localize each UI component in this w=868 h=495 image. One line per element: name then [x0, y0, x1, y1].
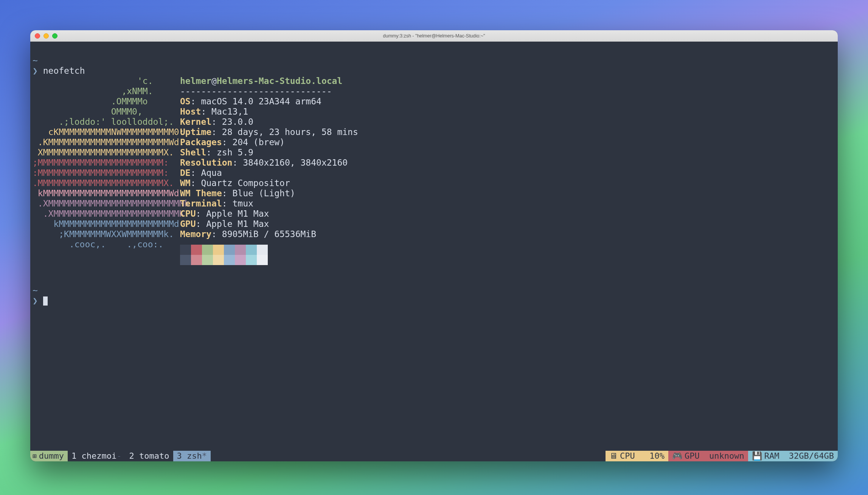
- info-value-uptime: : 28 days, 23 hours, 58 mins: [211, 127, 358, 137]
- info-value-gpu: : Apple M1 Max: [196, 219, 269, 229]
- logo-line: .cooc,. .,coo:.: [33, 239, 185, 249]
- session-name: dummy: [39, 451, 64, 461]
- color-swatch: [246, 255, 257, 265]
- color-swatch: [191, 245, 202, 255]
- command-text: neofetch: [43, 66, 85, 76]
- info-value-kernel: : 23.0.0: [211, 117, 253, 127]
- info-separator: -----------------------------: [180, 86, 332, 96]
- logo-line: kMMMMMMMMMMMMMMMMMMMMMMMMWd.: [33, 188, 185, 198]
- statusbar-left: ⊞ dummy 1 chezmoi-2 tomato3 zsh*: [30, 451, 211, 461]
- info-value-de: : Aqua: [191, 168, 222, 178]
- info-label-os: OS: [180, 96, 191, 106]
- cursor: [43, 296, 48, 306]
- system-info: helmer@Helmers-Mac-Studio.local --------…: [180, 76, 358, 265]
- prompt-symbol-2: ❯: [33, 296, 38, 306]
- info-value-packages: : 204 (brew): [222, 137, 285, 147]
- info-host: Helmers-Mac-Studio.local: [217, 76, 342, 86]
- info-label-kernel: Kernel: [180, 117, 211, 127]
- logo-line: .KMMMMMMMMMMMMMMMMMMMMMMMWd.: [33, 137, 185, 147]
- info-label-wm: WM: [180, 178, 191, 188]
- cpu-label: CPU: [620, 451, 635, 461]
- info-value-terminal: : tmux: [222, 199, 253, 208]
- gpu-stat: 🎮GPU unknown: [668, 451, 748, 461]
- logo-line: 'c.: [33, 76, 185, 86]
- cpu-value: 10%: [649, 451, 665, 461]
- ram-stat: 💾RAM 32GB/64GB: [748, 451, 838, 461]
- cpu-icon: 🖥: [609, 451, 618, 461]
- prompt-symbol: ❯: [33, 66, 38, 76]
- prompt-cwd-2: ~: [33, 286, 38, 295]
- gpu-icon: 🎮: [672, 451, 682, 461]
- window-titlebar[interactable]: dummy:3:zsh - "helmer@Helmers-Mac-Studio…: [30, 30, 838, 42]
- info-label-memory: Memory: [180, 229, 211, 239]
- info-label-shell: Shell: [180, 147, 206, 157]
- neofetch-output: 'c. ,xNMM. .OMMMMo OMMM0, .;loddo:' lool…: [33, 76, 838, 265]
- terminal-viewport[interactable]: ~ ❯ neofetch 'c. ,xNMM. .OMMMMo OMMM0, .…: [30, 42, 838, 451]
- color-swatch: [224, 255, 235, 265]
- color-swatches-row1: [180, 245, 358, 255]
- gpu-label: GPU: [685, 451, 700, 461]
- info-label-de: DE: [180, 168, 191, 178]
- session-name-pill[interactable]: ⊞ dummy: [30, 451, 68, 461]
- color-swatch: [246, 245, 257, 255]
- color-swatches-row2: [180, 255, 358, 265]
- session-icon: ⊞: [33, 451, 37, 461]
- tmux-window-zsh[interactable]: 3 zsh*: [173, 451, 211, 461]
- logo-line: .XMMMMMMMMMMMMMMMMMMMMMMMMMMk: [33, 199, 189, 208]
- color-swatch: [213, 255, 224, 265]
- info-value-os: : macOS 14.0 23A344 arm64: [191, 96, 321, 106]
- logo-line: .MMMMMMMMMMMMMMMMMMMMMMMMX.: [33, 178, 185, 188]
- logo-line: kMMMMMMMMMMMMMMMMMMMMMMd: [33, 219, 185, 229]
- info-value-wm: : Quartz Compositor: [191, 178, 290, 188]
- maximize-button[interactable]: [52, 33, 57, 39]
- color-swatch: [180, 245, 191, 255]
- ram-icon: 💾: [752, 451, 762, 461]
- logo-line: OMMM0,: [33, 107, 185, 116]
- info-label-terminal: Terminal: [180, 199, 222, 208]
- prompt-cwd: ~: [33, 56, 38, 65]
- info-value-wm-theme: : Blue (Light): [222, 188, 295, 198]
- color-swatch: [224, 245, 235, 255]
- tmux-window-chezmoi[interactable]: 1 chezmoi-: [68, 451, 125, 461]
- info-label-gpu: GPU: [180, 219, 196, 229]
- info-label-wm-theme: WM Theme: [180, 188, 222, 198]
- minimize-button[interactable]: [43, 33, 49, 39]
- color-swatch: [257, 245, 268, 255]
- logo-line: XMMMMMMMMMMMMMMMMMMMMMMMX.: [33, 147, 185, 157]
- logo-line: :MMMMMMMMMMMMMMMMMMMMMMMM:: [33, 168, 185, 178]
- terminal-window: dummy:3:zsh - "helmer@Helmers-Mac-Studio…: [30, 30, 838, 461]
- cpu-stat: 🖥CPU 10%: [606, 451, 668, 461]
- logo-line: ;KMMMMMMMWXXWMMMMMMMk.: [33, 229, 185, 239]
- info-label-cpu: CPU: [180, 209, 196, 219]
- traffic-lights: [35, 33, 57, 39]
- info-value-cpu: : Apple M1 Max: [196, 209, 269, 219]
- info-label-host: Host: [180, 107, 201, 116]
- logo-line: ,xNMM.: [33, 86, 185, 96]
- info-label-uptime: Uptime: [180, 127, 211, 137]
- color-swatch: [180, 255, 191, 265]
- color-swatch: [257, 255, 268, 265]
- color-swatch: [213, 245, 224, 255]
- logo-line: cKMMMMMMMMMMNWMMMMMMMMMM0:: [33, 127, 185, 137]
- info-at: @: [211, 76, 217, 86]
- color-swatch: [202, 255, 213, 265]
- statusbar-right: 🖥CPU 10% 🎮GPU unknown 💾RAM 32GB/64GB: [606, 451, 838, 461]
- info-user: helmer: [180, 76, 211, 86]
- close-button[interactable]: [35, 33, 40, 39]
- info-value-shell: : zsh 5.9: [206, 147, 253, 157]
- window-title: dummy:3:zsh - "helmer@Helmers-Mac-Studio…: [30, 33, 838, 39]
- info-label-packages: Packages: [180, 137, 222, 147]
- tmux-window-tomato[interactable]: 2 tomato: [126, 451, 173, 461]
- color-swatch: [202, 245, 213, 255]
- ram-label: RAM: [764, 451, 779, 461]
- info-label-resolution: Resolution: [180, 158, 232, 168]
- info-value-memory: : 8905MiB / 65536MiB: [211, 229, 316, 239]
- ram-value: 32GB/64GB: [789, 451, 834, 461]
- logo-line: .;loddo:' loolloddol;.: [33, 117, 185, 127]
- tmux-statusbar: ⊞ dummy 1 chezmoi-2 tomato3 zsh* 🖥CPU 10…: [30, 451, 838, 461]
- logo-line: .OMMMMo: [33, 96, 185, 106]
- gpu-value: unknown: [709, 451, 744, 461]
- logo-line: .XMMMMMMMMMMMMMMMMMMMMMMMMK.: [33, 209, 189, 219]
- logo-line: ;MMMMMMMMMMMMMMMMMMMMMMMM:: [33, 158, 185, 168]
- window-list: 1 chezmoi-2 tomato3 zsh*: [68, 451, 211, 461]
